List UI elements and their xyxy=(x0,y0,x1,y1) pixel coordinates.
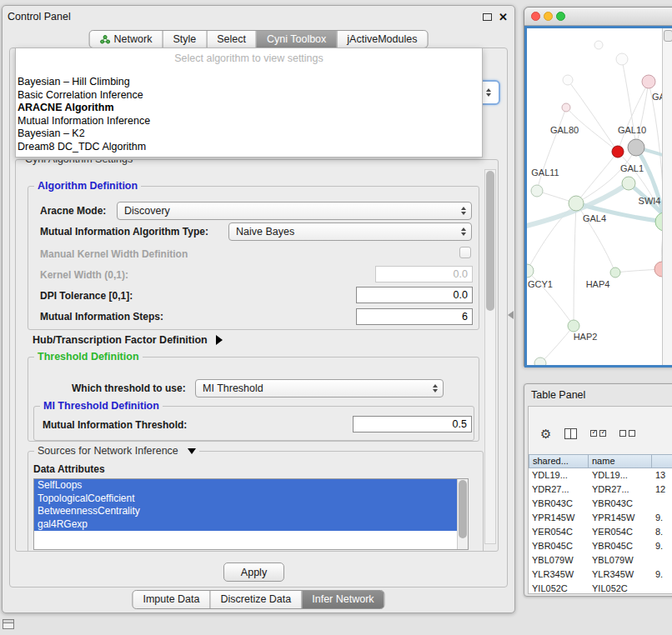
algorithm-option[interactable]: Bayesian – Hill Climbing xyxy=(16,76,482,89)
tab-label: Select xyxy=(217,33,246,45)
mi-algorithm-type-label: Mutual Information Algorithm Type: xyxy=(40,225,208,238)
network-node[interactable] xyxy=(534,358,546,365)
algorithm-definition-group: Algorithm Definition Aracne Mode: Discov… xyxy=(28,186,479,330)
algorithm-option[interactable]: Basic Correlation Inference xyxy=(16,89,482,102)
network-canvas[interactable]: GAL80 GAL10 GAL11 GAL1 SWI4 GAL4 GCY1 HA… xyxy=(524,26,672,368)
close-traffic-light[interactable] xyxy=(531,12,540,21)
dpi-tolerance-input[interactable] xyxy=(356,287,473,303)
network-node-selected[interactable] xyxy=(612,146,624,158)
table-row[interactable]: YLR345W YLR345W 9. xyxy=(529,568,672,582)
network-node[interactable] xyxy=(628,139,644,156)
table-row[interactable]: YPR145W YPR145W 9. xyxy=(529,511,672,525)
network-node[interactable] xyxy=(562,103,570,112)
mi-algorithm-type-value: Naive Bayes xyxy=(236,226,294,238)
column-header-shared-name[interactable]: shared... xyxy=(529,454,589,468)
expand-right-icon xyxy=(216,335,223,345)
zoom-traffic-light[interactable] xyxy=(556,12,565,21)
network-node[interactable] xyxy=(568,320,579,332)
panel-collapse-arrow-icon[interactable] xyxy=(508,311,514,319)
network-icon xyxy=(100,35,111,44)
mi-steps-input[interactable] xyxy=(356,308,473,325)
network-node[interactable] xyxy=(610,268,620,278)
network-node[interactable] xyxy=(655,212,662,231)
settings-scrollbar[interactable] xyxy=(484,169,496,544)
data-attribute-item[interactable]: TopologicalCoefficient xyxy=(34,492,457,506)
network-scrollbar[interactable] xyxy=(662,28,672,365)
table-row[interactable]: YDL19... YDL19... 13 xyxy=(529,468,672,482)
updown-arrows-icon xyxy=(461,228,466,236)
desktop: Control Panel ✕ Network Style xyxy=(0,0,672,635)
close-icon[interactable]: ✕ xyxy=(499,12,508,22)
cell-extra: 8. xyxy=(652,525,672,539)
network-node[interactable] xyxy=(531,185,543,197)
column-header-extra[interactable] xyxy=(652,454,672,468)
network-view-window: GAL80 GAL10 GAL11 GAL1 SWI4 GAL4 GCY1 HA… xyxy=(524,7,672,367)
kernel-width-input[interactable] xyxy=(375,266,473,282)
algorithm-option[interactable]: Bayesian – K2 xyxy=(16,128,482,141)
minimize-traffic-light[interactable] xyxy=(544,12,553,21)
algorithm-option[interactable]: Mutual Information Inference xyxy=(16,115,482,128)
data-attribute-item[interactable]: BetweennessCentrality xyxy=(34,505,457,518)
cell-name: YPR145W xyxy=(589,511,652,525)
table-row[interactable]: YER054C YER054C 8. xyxy=(529,525,672,539)
manual-kernel-width-checkbox[interactable] xyxy=(459,247,471,258)
data-attribute-item[interactable]: SelfLoops xyxy=(34,479,457,492)
algorithm-option[interactable]: Dream8 DC_TDC Algorithm xyxy=(16,141,482,154)
table-row[interactable]: YBR045C YBR045C 9. xyxy=(529,539,672,553)
network-node[interactable] xyxy=(527,264,534,278)
cell-extra: 9. xyxy=(652,539,672,553)
hub-definition-toggle[interactable]: Hub/Transcription Factor Definition xyxy=(33,334,223,346)
tab-select[interactable]: Select xyxy=(207,31,257,48)
select-all-columns-icon[interactable] xyxy=(590,430,606,437)
tab-style[interactable]: Style xyxy=(163,31,207,48)
cell-shared-name: YBR043C xyxy=(529,497,589,511)
network-node[interactable] xyxy=(563,75,573,85)
restore-panel-icon[interactable] xyxy=(3,619,14,629)
data-attribute-item[interactable]: gal4RGexp xyxy=(34,518,457,532)
column-header-name[interactable]: name xyxy=(589,454,652,468)
which-threshold-label: Which threshold to use: xyxy=(72,382,186,395)
unselect-all-columns-icon[interactable] xyxy=(619,430,635,437)
table-panel: Table Panel ⚙ shared... name xyxy=(524,383,672,597)
table-row[interactable]: YBL079W YBL079W xyxy=(529,553,672,568)
cell-name: YDL19... xyxy=(589,468,652,482)
tab-jactivemodules[interactable]: jActiveModules xyxy=(337,31,427,48)
tab-discretize-data[interactable]: Discretize Data xyxy=(211,591,303,608)
table-rows: YDL19... YDL19... 13 YDR27... YDR27... 1… xyxy=(529,468,672,593)
cell-shared-name: YIL052C xyxy=(529,582,589,594)
which-threshold-select[interactable]: MI Threshold xyxy=(195,379,444,398)
aracne-mode-select[interactable]: Discovery xyxy=(117,202,472,220)
mi-threshold-input[interactable] xyxy=(353,416,472,432)
mi-threshold-group: MI Threshold Definition Mutual Informati… xyxy=(33,406,474,441)
table-row[interactable]: YBR043C YBR043C xyxy=(529,497,672,511)
tab-network[interactable]: Network xyxy=(90,31,163,48)
list-scrollbar[interactable] xyxy=(457,479,468,549)
mi-algorithm-type-select[interactable]: Naive Bayes xyxy=(228,222,472,241)
network-node[interactable] xyxy=(616,53,628,65)
tab-cyni-toolbox[interactable]: Cyni Toolbox xyxy=(257,31,337,48)
node-label: GAL1 xyxy=(620,163,644,173)
cell-extra: 9. xyxy=(652,511,672,525)
cyni-bottom-tabs: Impute Data Discretize Data Infer Networ… xyxy=(132,590,384,609)
gear-icon[interactable]: ⚙ xyxy=(540,428,551,440)
float-window-icon[interactable] xyxy=(483,13,492,21)
network-node[interactable] xyxy=(654,262,662,277)
table-row[interactable]: YDR27... YDR27... 12 xyxy=(529,482,672,497)
tab-infer-network[interactable]: Infer Network xyxy=(302,591,384,608)
aracne-mode-label: Aracne Mode: xyxy=(40,204,106,218)
table-row[interactable]: YIL052C YIL052C xyxy=(529,582,672,594)
settings-group-title: Cyni Algorithm Settings xyxy=(22,159,136,165)
control-panel-tabs: Network Style Select Cyni Toolbox jActiv… xyxy=(89,30,429,48)
network-node[interactable] xyxy=(594,41,603,49)
show-columns-icon[interactable] xyxy=(564,428,577,439)
tab-label: Discretize Data xyxy=(221,590,292,609)
apply-button[interactable]: Apply xyxy=(223,562,284,582)
tab-impute-data[interactable]: Impute Data xyxy=(133,591,210,608)
network-node[interactable] xyxy=(622,177,635,190)
network-node[interactable] xyxy=(569,196,584,211)
algorithm-option[interactable]: ARACNE Algorithm xyxy=(16,102,482,115)
sources-title[interactable]: Sources for Network Inference xyxy=(34,445,199,457)
node-label: GAL11 xyxy=(531,168,559,178)
network-node[interactable] xyxy=(642,75,655,88)
node-label: HAP2 xyxy=(574,332,598,342)
